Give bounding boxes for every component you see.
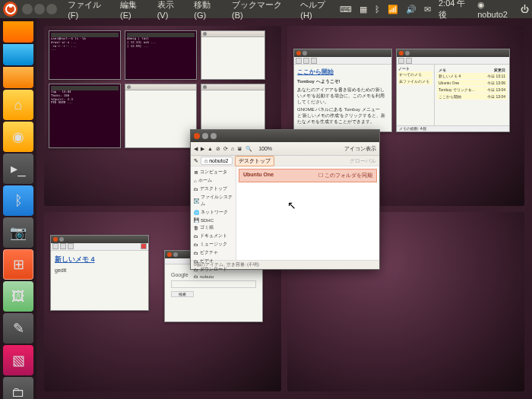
sidebar: 🖥コンピュータ ⌂ホーム 🗀デスクトップ 💽ファイルシステム 🌐ネットワーク 💾… <box>191 166 236 260</box>
sidebar-item[interactable]: 🌐ネットワーク <box>192 208 234 217</box>
clock[interactable]: 2:04 午後 <box>439 0 470 21</box>
breadcrumb-home[interactable]: ⌂ nobuto2 <box>201 157 233 165</box>
close-icon[interactable] <box>194 133 200 139</box>
window-titlebar[interactable] <box>191 130 379 142</box>
terminal-window: top - 14:04Tasks: 180%Cpu(s): 2.3PID USE… <box>49 84 121 148</box>
note-row: ここから開始今日 13:04 <box>437 93 507 100</box>
notes-app-icon[interactable]: ✎ <box>3 313 33 344</box>
ubuntu-logo-icon[interactable] <box>3 2 17 17</box>
home-folder-icon[interactable]: ⌂ <box>3 90 33 120</box>
note-row: Tomboy でリンクを...今日 13:04 <box>437 87 507 93</box>
messaging-icon[interactable]: ✉ <box>424 5 431 14</box>
maximize-icon[interactable] <box>211 133 217 139</box>
note-row: 新しいメモ 4今日 13:11 <box>437 73 507 79</box>
toolbar: ◀ ▶ ▲ ⊘ ⟳ ⌂ 🖥 🔍 100% アイコン表示 <box>191 142 379 156</box>
sidebar-item[interactable]: 🗀ピクチャ <box>192 249 234 257</box>
menu-bookmarks[interactable]: ブックマーク(B) <box>227 0 294 20</box>
computer-icon[interactable]: 🖥 <box>237 146 242 151</box>
launcher-stack-b[interactable] <box>3 44 33 65</box>
up-icon[interactable]: ▲ <box>207 146 213 151</box>
appearance-icon[interactable]: ▧ <box>3 345 33 375</box>
path-toggle-icon[interactable]: ✎ <box>194 158 198 164</box>
sidebar-item[interactable]: 💽ファイルシステム <box>192 193 234 208</box>
notes-footer: メモの総数: 4個 <box>397 125 509 131</box>
new-note-body: gedit <box>55 268 144 273</box>
close-icon[interactable] <box>22 4 33 14</box>
view-mode-selector[interactable]: アイコン表示 <box>344 145 376 153</box>
statusbar: 0個のアイテム, 空き容量: (不明) <box>191 260 379 269</box>
minimize-icon[interactable] <box>202 133 208 139</box>
launcher-stack-c[interactable] <box>3 67 33 88</box>
photos-app-icon[interactable]: 🖼 <box>3 281 33 312</box>
network-icon[interactable]: 📶 <box>388 5 398 14</box>
sidebar-item[interactable]: 🗑ゴミ箱 <box>192 223 234 232</box>
music-app-icon[interactable]: ◉ <box>3 122 33 152</box>
tomboy-search-window: ノート すべてのメモ 未ファイルのメモ メモ変更日 新しいメモ 4今日 13:1… <box>396 49 510 132</box>
file-manager-window: ◀ ▶ ▲ ⊘ ⟳ ⌂ 🖥 🔍 100% アイコン表示 ✎ ⌂ nobuto2 … <box>190 129 380 270</box>
search-button: 検索 <box>171 291 194 297</box>
breadcrumb-bar: ✎ ⌂ nobuto2 デスクトップ グローバル <box>191 156 379 166</box>
breadcrumb-current[interactable]: デスクトップ <box>235 156 274 166</box>
sidebar-item[interactable]: 🗀ドキュメント <box>192 232 234 240</box>
notebook-all: すべてのメモ <box>398 71 432 78</box>
banner-title: Ubuntu One <box>243 172 274 177</box>
stop-icon[interactable]: ⊘ <box>216 146 220 152</box>
banner-action[interactable]: ☐ このフォルダを同期 <box>318 172 372 179</box>
files-icon[interactable]: 🗀 <box>3 377 33 399</box>
col-name: メモ <box>439 68 446 72</box>
user-menu[interactable]: ◉ nobuto2 <box>477 0 513 19</box>
note-row: Ubuntu One今日 13:06 <box>437 80 507 86</box>
minimize-icon[interactable] <box>34 4 45 14</box>
reload-icon[interactable]: ⟳ <box>223 146 228 152</box>
maximize-icon[interactable] <box>46 4 57 14</box>
file-view[interactable]: Ubuntu One ☐ このフォルダを同期 <box>236 166 379 260</box>
forward-icon[interactable]: ▶ <box>201 146 204 152</box>
bluetooth-app-icon[interactable]: ᛒ <box>3 185 33 216</box>
keyboard-indicator-icon[interactable]: ⌨ <box>340 5 352 14</box>
note-body: あなたのアイデアを書き留めるための'新しいメモ'を起動する場合に、このメモを利用… <box>297 87 388 105</box>
zoom-level[interactable]: 100% <box>258 146 272 151</box>
menu-go[interactable]: 移動(G) <box>189 0 226 20</box>
app-window <box>125 84 197 148</box>
window-controls <box>22 4 57 14</box>
terminal-window: dmesg | tail[ 12.34] usb ...[ 12.55] ... <box>125 30 197 80</box>
top-panel: ファイル(F) 編集(E) 表示(V) 移動(G) ブックマーク(B) ヘルプ(… <box>0 0 532 18</box>
bluetooth-icon[interactable]: ᛒ <box>375 5 380 14</box>
notebook-unfiled: 未ファイルのメモ <box>398 78 432 84</box>
ubuntu-one-banner: Ubuntu One ☐ このフォルダを同期 <box>239 169 377 182</box>
tomboy-start-note: ここから開始 Tomboy へようこそ! あなたのアイデアを書き留めるための'新… <box>293 49 392 132</box>
sidebar-item[interactable]: 🖥コンピュータ <box>192 168 234 176</box>
home-icon[interactable]: ⌂ <box>231 146 234 151</box>
volume-icon[interactable]: 🔊 <box>406 5 416 14</box>
note-greeting: Tomboy へようこそ! <box>297 78 388 85</box>
search-icon[interactable]: 🔍 <box>245 146 252 152</box>
sidebar-item[interactable]: 💾SDHC <box>192 217 234 223</box>
sidebar-item[interactable]: ⌂ホーム <box>192 176 234 185</box>
sidebar-item[interactable]: 🗀nobuto <box>192 274 234 280</box>
new-note-title: 新しいメモ 4 <box>55 255 144 264</box>
menu-file[interactable]: ファイル(F) <box>63 0 114 20</box>
terminal-icon[interactable]: ▸_ <box>3 154 33 184</box>
search-input <box>171 280 256 288</box>
tomboy-note-window: 新しいメモ 4 gedit <box>50 235 149 311</box>
session-icon[interactable]: ⏻ <box>521 5 529 14</box>
username-label: nobuto2 <box>477 10 508 19</box>
note-title: ここから開始 <box>297 68 388 76</box>
workspace-switcher-icon[interactable]: ⊞ <box>3 249 33 280</box>
breadcrumb-sync-label: グローバル <box>350 157 376 165</box>
terminal-window: user@host:~$ ls -ladrwxr-xr-x ...-rw-r--… <box>49 30 121 80</box>
input-method-icon[interactable]: ▦ <box>359 5 367 14</box>
note-body2: GNOME パネルにある Tomboy メニューと'新しいメモの作成'をクリック… <box>297 107 388 125</box>
menu-edit[interactable]: 編集(E) <box>116 0 151 20</box>
app-window <box>201 30 265 80</box>
col-date: 変更日 <box>494 68 505 72</box>
launcher-stack-a[interactable] <box>3 21 33 43</box>
col-notebook: ノート <box>398 66 432 71</box>
back-icon[interactable]: ◀ <box>194 146 198 152</box>
unity-launcher: ⌂ ◉ ▸_ ᛒ 📷 ⊞ 🖼 ✎ ▧ 🗀 ⊞ 🗑 <box>0 18 36 399</box>
sidebar-item[interactable]: 🗀ミュージック <box>192 240 234 249</box>
camera-app-icon[interactable]: 📷 <box>3 217 33 248</box>
sidebar-item[interactable]: 🗀デスクトップ <box>192 185 234 193</box>
menu-view[interactable]: 表示(V) <box>153 0 188 20</box>
menu-help[interactable]: ヘルプ(H) <box>296 0 340 20</box>
